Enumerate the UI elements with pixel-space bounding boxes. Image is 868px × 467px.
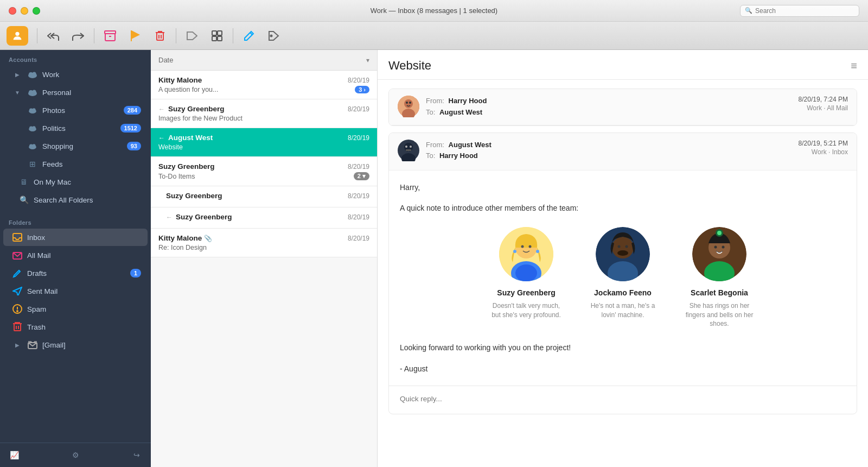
message-item-selected[interactable]: ← August West 8/20/19 Website <box>151 128 377 157</box>
svg-point-14 <box>33 72 36 76</box>
message-item[interactable]: Suzy Greenberg 8/20/19 <box>151 186 377 207</box>
msg-preview: Re: Icon Design <box>158 244 207 251</box>
email-from-row: From: August West <box>426 140 792 151</box>
sidebar-item-inbox[interactable]: Inbox <box>3 229 148 246</box>
msg-preview: A question for you... <box>158 86 219 93</box>
reply-all-button[interactable] <box>42 26 65 46</box>
svg-point-40 <box>406 102 408 104</box>
msg-date: 8/20/19 <box>348 134 369 142</box>
politics-badge: 1512 <box>120 124 141 132</box>
from-name: Harry Hood <box>449 97 487 105</box>
team-member-name: Jockamo Feeno <box>594 287 652 299</box>
email-menu-button[interactable]: ≡ <box>851 60 857 72</box>
message-item[interactable]: Kitty Malone 8/20/19 A question for you.… <box>151 71 377 99</box>
sort-dropdown[interactable]: ▾ <box>366 56 369 64</box>
sidebar-item-work[interactable]: ▶ Work <box>3 66 148 83</box>
move-button[interactable] <box>206 26 228 46</box>
svg-point-59 <box>618 245 621 248</box>
from-label: From: <box>426 141 444 149</box>
sidebar-item-shopping[interactable]: Shopping 93 <box>3 137 148 155</box>
minimize-button[interactable] <box>21 7 28 15</box>
flag-button[interactable] <box>124 26 146 46</box>
svg-line-29 <box>19 270 20 272</box>
forward-button[interactable] <box>67 26 90 46</box>
email-date: 8/20/19, 5:21 PM <box>799 140 848 147</box>
sidebar-item-feeds[interactable]: ⊞ Feeds <box>3 155 148 173</box>
email-to-row: To: August West <box>426 107 792 118</box>
msg-sender: Suzy Greenberg <box>158 162 215 171</box>
delete-button[interactable] <box>149 26 171 46</box>
msg-top-row: ← Suzy Greenberg 8/20/19 <box>166 213 369 221</box>
photos-badge: 284 <box>124 106 141 115</box>
email-from-to: From: Harry Hood To: August West <box>426 96 792 118</box>
sidebar-item-search-all[interactable]: 🔍 Search All Folders <box>3 191 148 209</box>
on-my-mac-label: On My Mac <box>34 178 141 186</box>
quick-reply-input[interactable] <box>389 386 857 412</box>
svg-rect-7 <box>218 31 222 35</box>
gmail-folder-icon <box>27 339 38 350</box>
email-message-meta: From: August West To: Harry Hood 8/20/19… <box>389 133 857 171</box>
svg-point-38 <box>404 99 413 108</box>
msg-preview: Website <box>158 143 183 151</box>
svg-point-46 <box>410 146 412 148</box>
message-item[interactable]: Suzy Greenberg 8/20/19 To-Do Items 2 ▾ <box>151 157 377 186</box>
maximize-button[interactable] <box>33 7 40 15</box>
add-account-button[interactable]: ↪ <box>127 447 146 463</box>
gmail-chevron-icon: ▶ <box>12 339 23 350</box>
svg-point-52 <box>521 245 524 248</box>
sidebar-item-allmail[interactable]: All Mail <box>3 247 148 264</box>
team-member-name: Scarlet Begonia <box>691 287 748 299</box>
sidebar-item-sent[interactable]: Sent Mail <box>3 282 148 300</box>
sidebar-item-spam[interactable]: Spam <box>3 300 148 318</box>
sidebar-item-on-my-mac[interactable]: 🖥 On My Mac <box>3 173 148 191</box>
search-input[interactable] <box>755 7 854 15</box>
politics-cloud-icon <box>27 123 38 134</box>
compose-button[interactable] <box>238 26 260 46</box>
scarlet-avatar <box>692 227 746 281</box>
sidebar-item-trash[interactable]: Trash <box>3 318 148 336</box>
msg-sender: Kitty Malone <box>158 76 202 84</box>
email-subject-title: Website <box>388 59 431 73</box>
msg-top-row: ← Suzy Greenberg 8/20/19 <box>158 105 369 113</box>
svg-rect-1 <box>105 31 116 34</box>
sidebar-item-drafts[interactable]: Drafts 1 <box>3 264 148 282</box>
title-bar: Work — Inbox (8 messages | 1 selected) 🔍 <box>0 0 868 22</box>
email-detail: Website ≡ <box>378 50 868 467</box>
label-button[interactable] <box>181 26 203 46</box>
photos-label: Photos <box>42 106 119 115</box>
email-to-row: To: Harry Hood <box>426 150 792 162</box>
folders-section-label: Folders <box>0 213 151 228</box>
svg-point-0 <box>15 31 19 35</box>
message-item[interactable]: ← Suzy Greenberg 8/20/19 <box>151 207 377 229</box>
sidebar-item-politics[interactable]: Politics 1512 <box>3 119 148 137</box>
sort-label: Date <box>158 56 173 64</box>
search-bar[interactable]: 🔍 <box>740 5 859 17</box>
computer-icon: 🖥 <box>18 176 29 187</box>
msg-preview: Images for the New Product <box>158 115 242 122</box>
tag-button[interactable] <box>263 26 285 46</box>
message-item[interactable]: Kitty Malone 📎 8/20/19 Re: Icon Design <box>151 229 377 257</box>
suzy-avatar <box>499 227 553 281</box>
msg-sender: August West <box>168 134 213 142</box>
message-item[interactable]: ← Suzy Greenberg 8/20/19 Images for the … <box>151 99 377 128</box>
sidebar-item-photos[interactable]: Photos 284 <box>3 102 148 119</box>
to-name: Harry Hood <box>439 152 478 160</box>
msg-date: 8/20/19 <box>348 192 369 200</box>
quick-reply-area <box>389 386 857 414</box>
account-button[interactable] <box>7 26 28 46</box>
settings-button[interactable]: ⚙ <box>66 447 85 463</box>
close-button[interactable] <box>9 7 16 15</box>
msg-row2: Images for the New Product <box>158 115 369 122</box>
sidebar-item-gmail[interactable]: ▶ [Gmail] <box>3 336 148 354</box>
svg-point-67 <box>714 246 717 249</box>
svg-point-55 <box>536 250 539 253</box>
archive-button[interactable] <box>99 26 122 46</box>
work-label: Work <box>42 71 141 79</box>
activity-button[interactable]: 📈 <box>4 447 24 463</box>
email-from-row: From: Harry Hood <box>426 96 792 107</box>
svg-rect-6 <box>212 31 216 35</box>
main-layout: Accounts ▶ Work ▼ Personal <box>0 50 868 467</box>
avatar <box>398 96 419 117</box>
email-message-block-main: From: August West To: Harry Hood 8/20/19… <box>388 132 857 414</box>
sidebar-item-personal[interactable]: ▼ Personal <box>3 84 148 101</box>
